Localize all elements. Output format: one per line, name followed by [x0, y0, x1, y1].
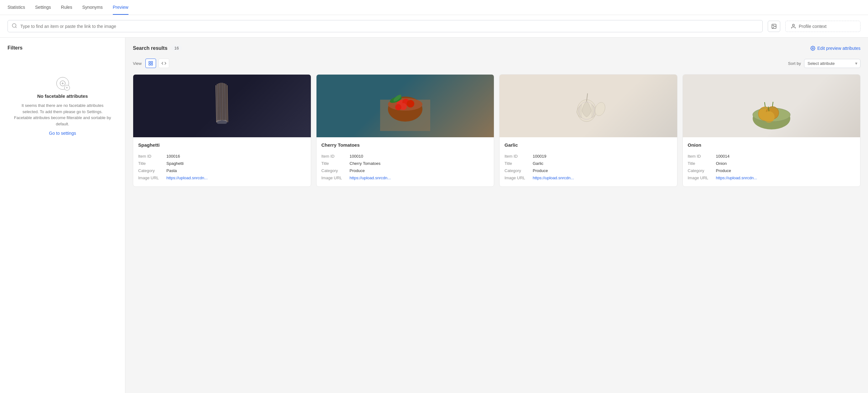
- sort-section: Sort by Select attribute: [788, 59, 861, 68]
- no-filters-title: No facetable attributes: [37, 93, 88, 99]
- no-filters-state: No facetable attributes It seems that th…: [7, 58, 118, 154]
- field-label: Image URL: [504, 174, 533, 181]
- product-card-onion: Onion Item ID 100014 Title Onion Categor…: [682, 74, 861, 187]
- svg-line-14: [218, 83, 219, 121]
- edit-preview-attributes-button[interactable]: Edit preview attributes: [810, 46, 861, 51]
- field-value: 100014: [716, 153, 856, 160]
- no-filters-description: It seems that there are no facetable att…: [14, 102, 111, 127]
- code-view-button[interactable]: [159, 59, 169, 68]
- results-header: Search results 16 Edit preview attribute…: [133, 45, 861, 51]
- product-name-onion: Onion: [688, 142, 856, 148]
- results-count-badge: 16: [171, 45, 182, 51]
- nav-preview[interactable]: Preview: [113, 0, 128, 15]
- table-row: Item ID 100019: [504, 153, 672, 160]
- svg-rect-11: [149, 64, 150, 65]
- product-image-cherry-tomatoes: [316, 74, 494, 137]
- table-row: Title Spaghetti: [138, 160, 306, 167]
- field-value: Onion: [716, 160, 856, 167]
- svg-rect-9: [149, 61, 150, 63]
- product-info-spaghetti: Spaghetti Item ID 100016 Title Spaghetti…: [133, 137, 311, 186]
- table-row: Item ID 100016: [138, 153, 306, 160]
- svg-line-15: [220, 83, 220, 121]
- table-row: Title Onion: [688, 160, 856, 167]
- field-label: Image URL: [138, 174, 166, 181]
- product-table-garlic: Item ID 100019 Title Garlic Category Pro…: [504, 153, 672, 181]
- sort-by-label: Sort by: [788, 61, 801, 66]
- svg-rect-10: [151, 61, 153, 63]
- search-input[interactable]: [20, 24, 758, 29]
- field-value: Produce: [716, 167, 856, 174]
- product-info-garlic: Garlic Item ID 100019 Title Garlic Categ…: [499, 137, 677, 186]
- table-row: Category Produce: [688, 167, 856, 174]
- field-value-url: https://upload.snrcdn...: [716, 174, 856, 181]
- nav-settings[interactable]: Settings: [35, 0, 51, 15]
- table-row: Image URL https://upload.snrcdn...: [504, 174, 672, 181]
- field-value: 100016: [166, 153, 306, 160]
- svg-point-4: [793, 24, 794, 26]
- image-search-button[interactable]: [768, 21, 780, 32]
- field-label: Category: [504, 167, 533, 174]
- field-label: Title: [688, 160, 716, 167]
- svg-point-8: [812, 48, 813, 49]
- svg-line-48: [765, 102, 765, 107]
- sort-select-wrapper: Select attribute: [804, 59, 861, 68]
- svg-line-49: [772, 102, 773, 107]
- product-table-spaghetti: Item ID 100016 Title Spaghetti Category …: [138, 153, 306, 181]
- table-row: Category Produce: [504, 167, 672, 174]
- product-image-garlic: [499, 74, 677, 137]
- product-image-onion: [683, 74, 861, 137]
- search-box: [7, 20, 763, 32]
- field-label: Item ID: [321, 153, 350, 160]
- svg-line-19: [225, 83, 225, 121]
- field-label: Title: [138, 160, 166, 167]
- field-value-url: https://upload.snrcdn...: [350, 174, 489, 181]
- view-sort-bar: View Sort by Select attribu: [133, 59, 861, 68]
- table-row: Image URL https://upload.snrcdn...: [688, 174, 856, 181]
- nav-synonyms[interactable]: Synonyms: [82, 0, 102, 15]
- field-label: Item ID: [688, 153, 716, 160]
- field-label: Item ID: [504, 153, 533, 160]
- field-value: Produce: [350, 167, 489, 174]
- svg-point-0: [12, 24, 16, 27]
- table-row: Image URL https://upload.snrcdn...: [138, 174, 306, 181]
- top-navigation: Statistics Settings Rules Synonyms Previ…: [0, 0, 868, 15]
- main-content: Filters No facetable attributes It seems…: [0, 38, 868, 393]
- svg-rect-23: [217, 120, 227, 124]
- profile-context-label: Profile context: [799, 24, 827, 29]
- svg-line-20: [226, 84, 226, 122]
- table-row: Item ID 100010: [321, 153, 489, 160]
- filters-sidebar: Filters No facetable attributes It seems…: [0, 38, 125, 393]
- field-label: Image URL: [321, 174, 350, 181]
- product-table-cherry-tomatoes: Item ID 100010 Title Cherry Tomatoes Cat…: [321, 153, 489, 181]
- go-to-settings-link[interactable]: Go to settings: [49, 131, 76, 136]
- table-row: Title Cherry Tomatoes: [321, 160, 489, 167]
- product-name-cherry-tomatoes: Cherry Tomatoes: [321, 142, 489, 148]
- field-value: 100010: [350, 153, 489, 160]
- sort-select[interactable]: Select attribute: [804, 59, 861, 68]
- field-value: Cherry Tomatoes: [350, 160, 489, 167]
- product-image-spaghetti: [133, 74, 311, 137]
- nav-statistics[interactable]: Statistics: [7, 0, 25, 15]
- view-label: View: [133, 61, 142, 66]
- product-table-onion: Item ID 100014 Title Onion Category Prod…: [688, 153, 856, 181]
- product-info-onion: Onion Item ID 100014 Title Onion Categor…: [683, 137, 861, 186]
- svg-point-47: [763, 111, 775, 123]
- add-filter-icon: [56, 77, 69, 90]
- field-value-url: https://upload.snrcdn...: [533, 174, 672, 181]
- svg-line-13: [217, 84, 218, 122]
- grid-view-button[interactable]: [146, 59, 156, 68]
- svg-point-30: [407, 100, 414, 108]
- nav-rules[interactable]: Rules: [61, 0, 72, 15]
- svg-line-1: [16, 27, 16, 28]
- view-options: View: [133, 59, 169, 68]
- results-area: Search results 16 Edit preview attribute…: [125, 38, 868, 393]
- field-value: Pasta: [166, 167, 306, 174]
- search-icon: [11, 23, 17, 29]
- field-label: Title: [504, 160, 533, 167]
- svg-point-3: [773, 25, 773, 26]
- profile-context-button[interactable]: Profile context: [785, 21, 861, 32]
- field-label: Category: [321, 167, 350, 174]
- svg-line-16: [221, 83, 221, 120]
- product-name-spaghetti: Spaghetti: [138, 142, 306, 148]
- field-value: Garlic: [533, 160, 672, 167]
